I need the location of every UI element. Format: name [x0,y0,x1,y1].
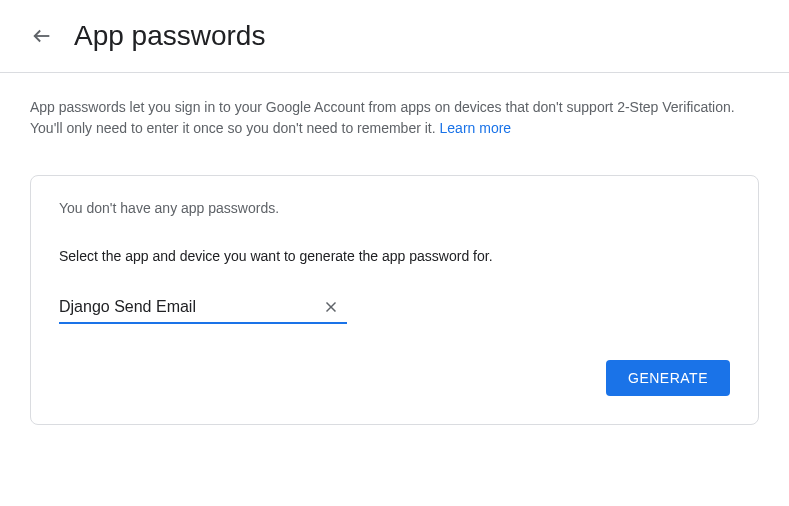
back-button[interactable] [30,24,54,48]
description-body: App passwords let you sign in to your Go… [30,99,735,136]
no-passwords-text: You don't have any app passwords. [59,200,730,216]
custom-name-input-wrapper [59,292,347,324]
learn-more-link[interactable]: Learn more [440,120,512,136]
close-icon [322,298,340,316]
input-row [59,292,730,324]
custom-name-input[interactable] [59,292,319,322]
arrow-left-icon [31,25,53,47]
content-area: App passwords let you sign in to your Go… [0,73,789,449]
clear-input-button[interactable] [319,295,343,319]
app-passwords-card: You don't have any app passwords. Select… [30,175,759,425]
generate-button[interactable]: GENERATE [606,360,730,396]
page-title: App passwords [74,20,265,52]
header: App passwords [0,0,789,73]
description-text: App passwords let you sign in to your Go… [30,97,759,139]
select-instruction-text: Select the app and device you want to ge… [59,248,730,264]
button-row: GENERATE [59,360,730,396]
